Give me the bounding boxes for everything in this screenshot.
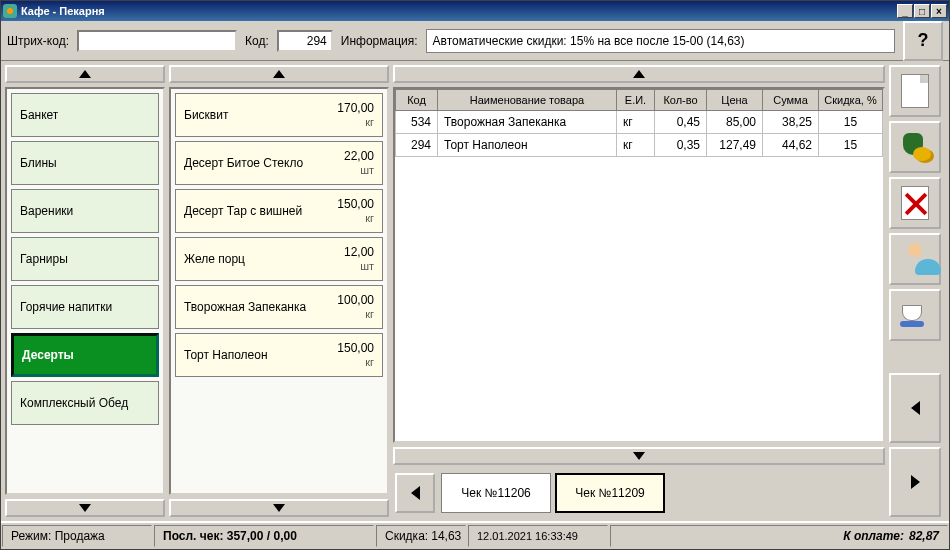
receipt-scroll-down[interactable] [393,447,885,465]
product-price: 100,00 [337,293,374,307]
tabs-row: Чек №11206Чек №11209 [393,469,885,517]
category-button[interactable]: Десерты [11,333,159,377]
category-button[interactable]: Гарниры [11,237,159,281]
sidebar-prev[interactable] [889,373,941,443]
category-button[interactable]: Вареники [11,189,159,233]
col-unit: Е.И. [617,90,655,111]
products-scroll-down[interactable] [169,499,389,517]
col-name: Наименование товара [438,90,617,111]
barcode-label: Штрих-код: [7,34,69,48]
status-discount: Скидка: 14,63 [376,525,466,547]
product-price: 150,00 [337,197,374,211]
category-button[interactable]: Блины [11,141,159,185]
product-name: Десерт Тар с вишней [184,204,302,218]
info-label: Информация: [341,34,418,48]
product-name: Желе порц [184,252,245,266]
product-button[interactable]: Торт Наполеон150,00кг [175,333,383,377]
receipt-table: Код Наименование товара Е.И. Кол-во Цена… [395,89,883,157]
receipt-tab[interactable]: Чек №11206 [441,473,551,513]
customer-button[interactable] [889,233,941,285]
product-price: 22,00 [344,149,374,163]
product-name: Бисквит [184,108,228,122]
table-row[interactable]: 294Торт Наполеонкг0,35127,4944,6215 [396,134,883,157]
product-unit: шт [344,260,374,273]
delete-button[interactable] [889,177,941,229]
table-row[interactable]: 534Творожная Запеканкакг0,4585,0038,2515 [396,111,883,134]
help-button[interactable]: ? [903,21,943,61]
close-button[interactable]: × [931,4,947,18]
sidebar-next[interactable] [889,447,941,517]
receipt-column: Код Наименование товара Е.И. Кол-во Цена… [393,65,885,517]
statusbar: Режим: Продажа Посл. чек: 357,00 / 0,00 … [1,521,949,549]
categories-scroll-up[interactable] [5,65,165,83]
maximize-button[interactable]: □ [914,4,930,18]
tabs-holder: Чек №11206Чек №11209 [441,473,883,513]
new-doc-button[interactable] [889,65,941,117]
product-unit: кг [337,356,374,369]
money-icon [899,133,931,161]
code-label: Код: [245,34,269,48]
waiter-button[interactable] [889,289,941,341]
product-unit: кг [337,212,374,225]
waiter-icon [900,301,930,329]
info-box: Автоматические скидки: 15% на все после … [426,29,895,53]
status-total: К оплате: 82,87 [610,525,948,547]
col-sum: Сумма [763,90,819,111]
barcode-input[interactable] [77,30,237,52]
document-icon [901,74,929,108]
sidebar [889,65,945,517]
col-price: Цена [707,90,763,111]
product-name: Творожная Запеканка [184,300,306,314]
delete-icon [901,186,929,220]
col-qty: Кол-во [655,90,707,111]
app-window: Кафе - Пекарня _ □ × Штрих-код: Код: Инф… [0,0,950,550]
category-button[interactable]: Банкет [11,93,159,137]
code-input[interactable] [277,30,333,52]
product-name: Торт Наполеон [184,348,268,362]
receipt-box: Код Наименование товара Е.И. Кол-во Цена… [393,87,885,443]
product-price: 150,00 [337,341,374,355]
products-column: Бисквит170,00кгДесерт Битое Стекло22,00ш… [169,65,389,517]
receipt-scroll-up[interactable] [393,65,885,83]
category-button[interactable]: Горячие напитки [11,285,159,329]
products-scroll-up[interactable] [169,65,389,83]
status-mode: Режим: Продажа [2,525,152,547]
toolbar: Штрих-код: Код: Информация: Автоматическ… [1,21,949,61]
col-disc: Скидка, % [819,90,883,111]
titlebar: Кафе - Пекарня _ □ × [1,1,949,21]
person-icon [902,243,928,275]
product-button[interactable]: Желе порц12,00шт [175,237,383,281]
product-price: 12,00 [344,245,374,259]
product-button[interactable]: Бисквит170,00кг [175,93,383,137]
product-unit: шт [344,164,374,177]
window-title: Кафе - Пекарня [21,5,897,17]
categories-column: БанкетБлиныВареникиГарнирыГорячие напитк… [5,65,165,517]
product-button[interactable]: Творожная Запеканка100,00кг [175,285,383,329]
receipt-tab[interactable]: Чек №11209 [555,473,665,513]
categories-list: БанкетБлиныВареникиГарнирыГорячие напитк… [5,87,165,495]
category-button[interactable]: Комплексный Обед [11,381,159,425]
products-list: Бисквит170,00кгДесерт Битое Стекло22,00ш… [169,87,389,495]
product-unit: кг [337,308,374,321]
product-button[interactable]: Десерт Тар с вишней150,00кг [175,189,383,233]
payment-button[interactable] [889,121,941,173]
categories-scroll-down[interactable] [5,499,165,517]
col-code: Код [396,90,438,111]
product-unit: кг [337,116,374,129]
status-last-check: Посл. чек: 357,00 / 0,00 [154,525,374,547]
tabs-prev[interactable] [395,473,435,513]
status-datetime: 12.01.2021 16:33:49 [468,525,608,547]
product-price: 170,00 [337,101,374,115]
minimize-button[interactable]: _ [897,4,913,18]
main-area: БанкетБлиныВареникиГарнирыГорячие напитк… [1,61,949,521]
product-name: Десерт Битое Стекло [184,156,303,170]
app-icon [3,4,17,18]
product-button[interactable]: Десерт Битое Стекло22,00шт [175,141,383,185]
